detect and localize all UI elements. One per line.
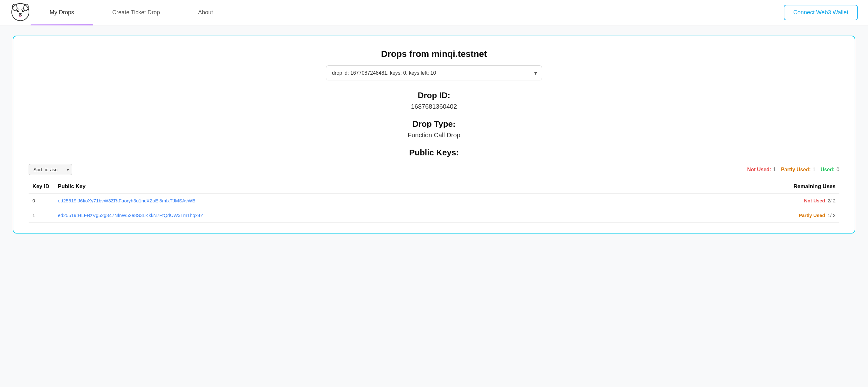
remaining-uses-cell: Not Used 2/ 2 <box>647 193 839 208</box>
svg-point-7 <box>19 13 22 14</box>
svg-point-8 <box>20 15 21 17</box>
sort-legend-row: Sort: id-asc Sort: id-desc ▾ Not Used: 1… <box>29 164 839 175</box>
nav-link-my-drops[interactable]: My Drops <box>31 0 93 25</box>
public-key-cell: ed25519:J6fioXy71bvW3ZRtFaoryh3u1ncXZaEi… <box>54 193 647 208</box>
legend-used: Used: 0 <box>820 167 839 172</box>
used-count: 0 <box>837 167 839 172</box>
svg-point-0 <box>12 3 29 20</box>
legend-partly-used: Partly Used: 1 <box>781 167 815 172</box>
navbar: My Drops Create Ticket Drop About Connec… <box>0 0 868 25</box>
table-header-row: Key ID Public Key Remaining Uses <box>29 180 839 193</box>
drop-type-value: Function Call Drop <box>29 132 839 139</box>
drops-from-title: Drops from minqi.testnet <box>29 49 839 59</box>
drops-card: Drops from minqi.testnet drop id: 167708… <box>13 36 855 233</box>
partly-used-label: Partly Used: <box>781 167 810 172</box>
drop-type-label: Drop Type: <box>29 119 839 129</box>
nav-links: My Drops Create Ticket Drop About <box>31 0 407 25</box>
nav-link-about[interactable]: About <box>179 0 232 25</box>
drop-id-value: 1687681360402 <box>29 103 839 110</box>
svg-point-5 <box>18 10 19 11</box>
used-label: Used: <box>820 167 835 172</box>
drop-select[interactable]: drop id: 1677087248481, keys: 0, keys le… <box>326 65 542 80</box>
key-id-cell: 0 <box>29 193 54 208</box>
sort-select[interactable]: Sort: id-asc Sort: id-desc <box>29 164 72 175</box>
public-key-link[interactable]: ed25519:J6fioXy71bvW3ZRtFaoryh3u1ncXZaEi… <box>58 198 195 203</box>
key-id-cell: 1 <box>29 208 54 223</box>
table-row: 1ed25519:HLFRzVg52g847NfnW52e8S3LKkkN7Ft… <box>29 208 839 223</box>
legend-not-used: Not Used: 1 <box>747 167 776 172</box>
drop-selector-wrapper: drop id: 1677087248481, keys: 0, keys le… <box>326 65 542 80</box>
svg-point-1 <box>12 3 18 11</box>
legend: Not Used: 1 Partly Used: 1 Used: 0 <box>747 167 839 172</box>
svg-point-2 <box>23 3 29 11</box>
public-key-link[interactable]: ed25519:HLFRzVg52g847NfnW52e8S3LKkkN7FtQ… <box>58 213 204 218</box>
nav-link-create-ticket-drop[interactable]: Create Ticket Drop <box>93 0 179 25</box>
remaining-uses-cell: Partly Used 1/ 2 <box>647 208 839 223</box>
logo <box>10 2 31 24</box>
status-badge: Partly Used <box>799 213 825 218</box>
connect-wallet-button[interactable]: Connect Web3 Wallet <box>784 5 858 20</box>
status-badge: Not Used <box>804 198 825 203</box>
col-header-public-key: Public Key <box>54 180 647 193</box>
main-content: Drops from minqi.testnet drop id: 167708… <box>0 25 868 244</box>
uses-fraction: 2/ 2 <box>826 198 836 203</box>
col-header-key-id: Key ID <box>29 180 54 193</box>
sort-wrapper: Sort: id-asc Sort: id-desc ▾ <box>29 164 72 175</box>
keys-table: Key ID Public Key Remaining Uses 0ed2551… <box>29 180 839 223</box>
not-used-count: 1 <box>773 167 776 172</box>
drop-id-label: Drop ID: <box>29 91 839 100</box>
svg-point-6 <box>23 10 24 11</box>
partly-used-count: 1 <box>813 167 815 172</box>
not-used-label: Not Used: <box>747 167 771 172</box>
table-row: 0ed25519:J6fioXy71bvW3ZRtFaoryh3u1ncXZaE… <box>29 193 839 208</box>
col-header-remaining-uses: Remaining Uses <box>647 180 839 193</box>
uses-fraction: 1/ 2 <box>826 213 836 218</box>
public-key-cell: ed25519:HLFRzVg52g847NfnW52e8S3LKkkN7FtQ… <box>54 208 647 223</box>
public-keys-title: Public Keys: <box>29 148 839 158</box>
